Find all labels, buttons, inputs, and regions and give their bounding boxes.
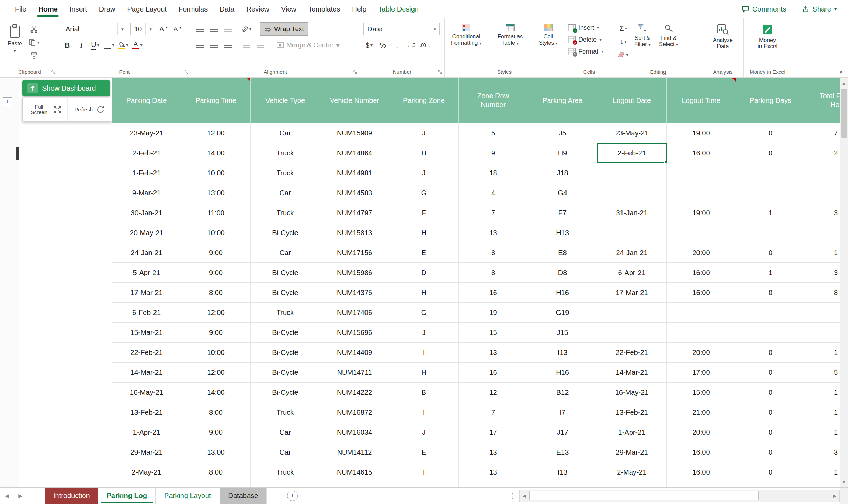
cell[interactable]: NUM14981 [320,163,389,183]
cell[interactable]: 8 [805,283,840,302]
money-in-excel-button[interactable]: Moneyin Excel [755,21,780,66]
comma-style-button[interactable]: , [391,39,403,51]
cell[interactable]: 8 [459,243,528,262]
cell[interactable]: 21:00 [667,402,736,422]
cell[interactable]: H9 [528,143,597,163]
collapse-ribbon-button[interactable]: ∧ [839,69,843,75]
find-select-button[interactable]: Find &Select ▾ [656,21,681,66]
cell[interactable]: 8:00 [181,462,251,482]
cell[interactable]: H [389,283,459,302]
cell[interactable]: Truck [251,482,320,487]
cell[interactable] [805,303,840,322]
cell[interactable]: G4 [528,183,597,203]
cell[interactable]: 1 [805,243,840,262]
cell[interactable]: 13 [459,442,528,462]
cell[interactable]: 9:00 [181,323,251,342]
cell[interactable]: E [389,243,459,262]
bold-button[interactable]: B [62,39,73,51]
menu-tab-page-layout[interactable]: Page Layout [121,1,173,18]
cell[interactable]: 13 [459,462,528,482]
share-button[interactable]: Share ▾ [802,5,837,13]
scroll-left-button[interactable]: ◀ [520,493,529,498]
cell[interactable]: B [389,482,459,487]
cell[interactable]: NUM14222 [320,383,389,402]
cell[interactable]: 15 [459,323,528,342]
cell[interactable] [667,183,736,203]
refresh-button[interactable]: Refresh [67,98,112,121]
cell[interactable]: 1-Feb-21 [112,163,181,183]
column-header-parking-date[interactable]: Parking Date [112,78,181,123]
menu-tab-table-design[interactable]: Table Design [372,1,425,18]
cell[interactable]: NUM15909 [320,123,389,143]
cell[interactable]: 14:00 [181,143,251,163]
cell[interactable]: 20:00 [667,422,736,442]
cell[interactable]: 29-Mar-21 [597,442,667,462]
cell[interactable]: B [389,383,459,402]
cell[interactable]: 8:00 [181,283,251,302]
cell[interactable]: Car [251,243,320,262]
cell[interactable]: 6-Apr-21 [597,263,667,282]
cell[interactable]: 12:00 [181,363,251,382]
cell[interactable]: NUM17156 [320,243,389,262]
cell[interactable]: 1-Apr-21 [597,422,667,442]
scroll-up-button[interactable]: ▲ [842,79,846,87]
copy-button[interactable]: ▾ [28,36,40,48]
cell[interactable]: NUM14797 [320,203,389,223]
cell[interactable]: G [389,303,459,322]
dialog-launcher-icon[interactable] [438,70,442,75]
cell[interactable]: NUM14583 [320,183,389,203]
cell[interactable] [805,223,840,243]
cell[interactable] [736,183,805,203]
dialog-launcher-icon[interactable] [353,70,357,75]
delete-cells-button[interactable]: × Delete ▾ [568,34,610,46]
selected-cell[interactable]: 2-Feb-21 [597,143,667,163]
cell[interactable]: 17 [459,422,528,442]
font-color-button[interactable]: A ▾ [132,39,143,51]
decrease-font-size-button[interactable]: A▼ [172,23,183,35]
cell[interactable]: Car [251,422,320,442]
cell[interactable]: Truck [251,402,320,422]
cell[interactable]: 14-Mar-21 [597,363,667,382]
cell[interactable]: D8 [528,263,597,282]
cell[interactable] [805,183,840,203]
cell[interactable]: NUM14375 [320,283,389,302]
cell[interactable]: 24-Jan-21 [112,243,181,262]
column-header-parking-area[interactable]: Parking Area [528,78,597,123]
cell[interactable]: NUM15696 [320,323,389,342]
sort-filter-button[interactable]: Sort &Filter ▾ [632,21,653,66]
borders-button[interactable]: ▾ [104,39,115,51]
cell[interactable]: 13 [459,223,528,243]
cell[interactable]: 9:00 [181,263,251,282]
cell[interactable]: 12:00 [181,123,251,143]
cell[interactable]: Bi-Cycle [251,283,320,302]
cell[interactable]: 0 [736,422,805,442]
align-left-button[interactable] [195,39,206,51]
cell[interactable]: 5 [805,363,840,382]
cell[interactable]: NUM15986 [320,263,389,282]
cell[interactable]: 24-Jan-21 [597,243,667,262]
align-top-button[interactable] [195,23,206,35]
menu-tab-insert[interactable]: Insert [64,1,93,18]
cell[interactable]: 16 [459,283,528,302]
cell[interactable]: 9:00 [181,422,251,442]
cell[interactable]: J [389,422,459,442]
wrap-text-button[interactable]: Wrap Text [260,22,308,36]
cell[interactable]: 29-Mar-21 [112,442,181,462]
cell[interactable]: 16:00 [667,442,736,462]
cell[interactable] [667,323,736,342]
cell[interactable]: 11:00 [181,203,251,223]
vertical-scrollbar[interactable]: ▲ ▼ [840,78,848,487]
cell[interactable]: Truck [251,303,320,322]
tab-splitter-handle[interactable]: ⋮ [506,492,519,500]
cell[interactable]: 15:00 [667,383,736,402]
cell[interactable]: I [389,462,459,482]
cell[interactable]: 14-Feb-21 [597,482,667,487]
cell[interactable] [667,223,736,243]
increase-font-size-button[interactable]: A▲ [158,23,169,35]
cell[interactable]: 2-May-21 [112,462,181,482]
cell[interactable]: 0 [736,462,805,482]
cell[interactable]: Bi-Cycle [251,263,320,282]
font-family-select[interactable]: Arial ▾ [62,23,127,35]
cell[interactable]: 22-Feb-21 [112,343,181,362]
cell[interactable]: J17 [528,422,597,442]
